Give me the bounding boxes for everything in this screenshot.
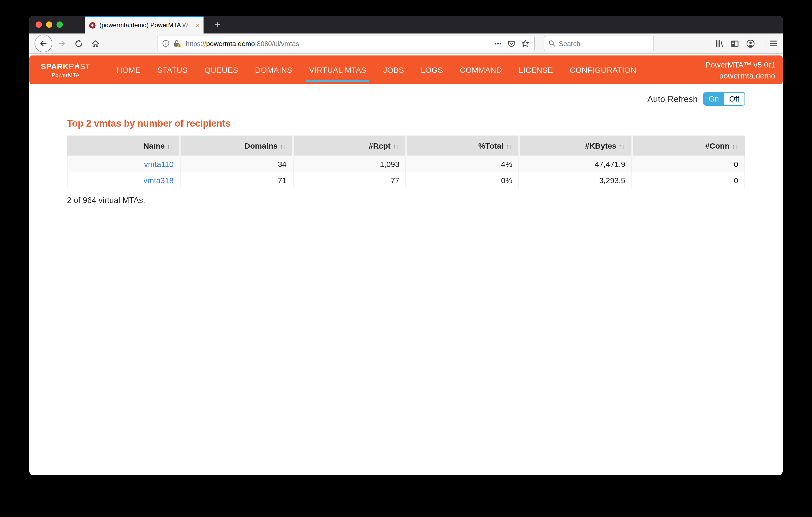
tab-title-fade — [179, 22, 193, 29]
auto-refresh-row: Auto Refresh On Off — [67, 92, 745, 106]
column-label: Name — [143, 141, 165, 150]
nav-item-virtual-mtas[interactable]: VIRTUAL MTAS — [300, 55, 375, 84]
nav-item-queues[interactable]: QUEUES — [196, 55, 247, 84]
browser-tab[interactable]: (powermta.demo) PowerMTA W × — [85, 16, 204, 33]
forward-icon — [58, 39, 66, 48]
traffic-lights — [36, 22, 63, 28]
vmtas-table: Name↑↓Domains↑↓#Rcpt↑↓%Total↑↓#KBytes↑↓#… — [67, 136, 745, 189]
refresh-icon — [74, 39, 83, 48]
nav-menu: HOMESTATUSQUEUESDOMAINSVIRTUAL MTASJOBSL… — [108, 55, 645, 84]
auto-refresh-on-button[interactable]: On — [703, 93, 724, 105]
home-button[interactable] — [88, 36, 103, 51]
table-body: vmta110341,0934%47,471.90vmta31871770%3,… — [67, 156, 745, 188]
sort-icon: ↑↓ — [506, 143, 512, 150]
column-header--conn[interactable]: #Conn↑↓ — [632, 136, 745, 156]
url-actions: ••• — [495, 39, 529, 48]
column-header--total[interactable]: %Total↑↓ — [406, 136, 519, 156]
column-header-name[interactable]: Name↑↓ — [67, 136, 180, 156]
info-icon[interactable] — [162, 40, 170, 47]
library-icon[interactable] — [715, 39, 724, 48]
auto-refresh-toggle: On Off — [703, 92, 745, 106]
nav-item-home[interactable]: HOME — [108, 55, 149, 84]
column-label: Domains — [244, 141, 278, 150]
table-cell: 0% — [406, 172, 519, 188]
bookmark-star-icon[interactable] — [521, 39, 529, 48]
table-summary: 2 of 964 virtual MTAs. — [67, 196, 745, 205]
forward-button[interactable] — [54, 36, 69, 51]
sidebar-icon[interactable] — [730, 39, 739, 48]
nav-item-command[interactable]: COMMAND — [452, 55, 511, 84]
table-cell: 4% — [406, 156, 519, 172]
table-row: vmta110341,0934%47,471.90 — [67, 156, 745, 172]
table-cell: 47,471.9 — [519, 156, 632, 172]
pocket-icon[interactable] — [508, 39, 515, 47]
table-header-row: Name↑↓Domains↑↓#Rcpt↑↓%Total↑↓#KBytes↑↓#… — [67, 136, 745, 156]
sort-icon: ↑↓ — [393, 143, 399, 150]
table-cell: 0 — [632, 172, 745, 188]
brand-subtitle: PowerMTA — [41, 72, 90, 78]
url-bar[interactable]: https://powermta.demo:8080/ui/vmtas ••• — [157, 36, 535, 51]
auto-refresh-off-button[interactable]: Off — [724, 93, 745, 105]
toolbar-right-icons — [715, 38, 778, 49]
sort-icon: ↑↓ — [167, 143, 173, 150]
column-label: #Conn — [705, 141, 730, 150]
back-button[interactable] — [34, 34, 52, 52]
sparkpost-brand[interactable]: SPARKP ST PowerMTA — [41, 62, 90, 78]
table-cell: 34 — [180, 156, 293, 172]
lock-warning-icon[interactable] — [173, 39, 182, 47]
auto-refresh-label: Auto Refresh — [647, 94, 698, 104]
window-zoom-button[interactable] — [57, 22, 63, 28]
vmta-link[interactable]: vmta318 — [144, 176, 174, 184]
search-placeholder: Search — [559, 39, 580, 47]
nav-item-domains[interactable]: DOMAINS — [247, 55, 301, 84]
flame-icon — [75, 62, 80, 70]
tab-strip: (powermta.demo) PowerMTA W × + — [29, 16, 783, 33]
screenshot-stage: (powermta.demo) PowerMTA W × + — [0, 0, 812, 517]
tab-close-icon[interactable]: × — [196, 21, 200, 29]
home-icon — [91, 39, 100, 48]
nav-item-jobs[interactable]: JOBS — [375, 55, 412, 84]
brand-wordmark: SPARKP ST — [41, 62, 90, 70]
tab-title: (powermta.demo) PowerMTA W — [99, 22, 193, 29]
browser-toolbar: https://powermta.demo:8080/ui/vmtas ••• — [29, 33, 783, 54]
table-cell: 3,293.5 — [519, 172, 632, 188]
search-bar[interactable]: Search — [544, 36, 654, 51]
sort-icon: ↑↓ — [618, 143, 625, 150]
navbar-info: PowerMTA™ v5.0r1 powermta.demo — [705, 59, 775, 81]
column-label: #Rcpt — [369, 141, 390, 150]
table-cell: 71 — [180, 172, 293, 188]
url-text[interactable]: https://powermta.demo:8080/ui/vmtas — [186, 39, 299, 47]
sort-icon: ↑↓ — [732, 143, 738, 150]
nav-item-license[interactable]: LICENSE — [511, 55, 561, 84]
sort-icon: ↑↓ — [280, 143, 286, 150]
nav-item-configuration[interactable]: CONFIGURATION — [561, 55, 645, 84]
column-header--kbytes[interactable]: #KBytes↑↓ — [519, 136, 632, 156]
table-cell: 0 — [632, 156, 745, 172]
app-navbar: SPARKP ST PowerMTA HOMESTATUSQUEUESDOMAI… — [29, 55, 783, 84]
search-icon — [548, 40, 556, 47]
page-content: Auto Refresh On Off Top 2 vmtas by numbe… — [29, 84, 783, 475]
column-header--rcpt[interactable]: #Rcpt↑↓ — [293, 136, 406, 156]
window-minimize-button[interactable] — [46, 22, 52, 28]
browser-window: (powermta.demo) PowerMTA W × + — [29, 16, 783, 475]
column-label: %Total — [478, 141, 503, 150]
toolbar-divider — [762, 38, 762, 49]
column-header-domains[interactable]: Domains↑↓ — [180, 136, 293, 156]
page-actions-icon[interactable]: ••• — [495, 40, 502, 46]
table-row: vmta31871770%3,293.50 — [67, 172, 745, 188]
server-hostname: powermta.demo — [705, 70, 775, 81]
nav-item-status[interactable]: STATUS — [149, 55, 196, 84]
nav-item-logs[interactable]: LOGS — [412, 55, 452, 84]
column-label: #KBytes — [585, 141, 616, 150]
menu-icon[interactable] — [769, 40, 778, 47]
vmta-link[interactable]: vmta110 — [144, 159, 174, 168]
vmta-name-cell: vmta110 — [67, 156, 180, 172]
product-version: PowerMTA™ v5.0r1 — [705, 59, 775, 70]
new-tab-button[interactable]: + — [209, 16, 226, 33]
refresh-button[interactable] — [71, 36, 86, 51]
account-icon[interactable] — [746, 39, 755, 48]
table-cell: 77 — [293, 172, 406, 188]
back-icon — [39, 39, 48, 48]
page-title: Top 2 vmtas by number of recipients — [67, 118, 745, 129]
window-close-button[interactable] — [36, 22, 42, 28]
